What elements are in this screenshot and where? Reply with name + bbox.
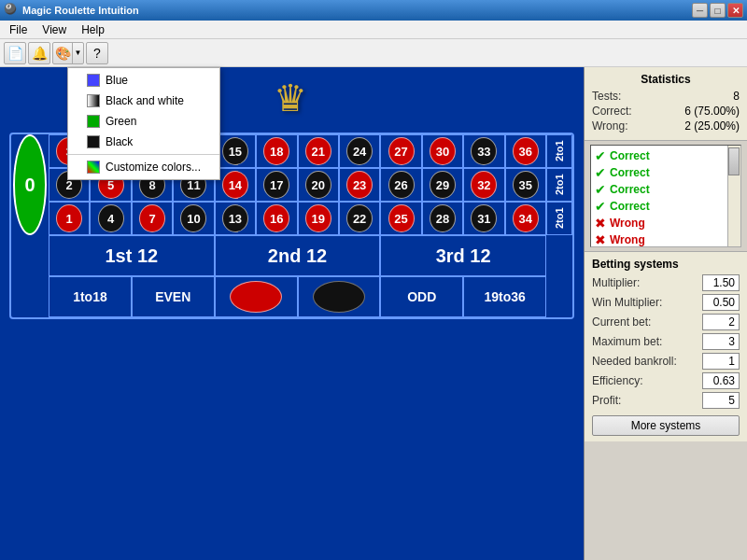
color-icon[interactable]: 🎨: [53, 43, 72, 63]
num-22[interactable]: 22: [339, 202, 380, 235]
correct-value: 6 (75.00%): [684, 105, 740, 118]
menu-file[interactable]: File: [2, 21, 35, 38]
num-17[interactable]: 17: [256, 168, 297, 202]
scrollbar-track[interactable]: [727, 146, 740, 246]
num-18[interactable]: 18: [256, 134, 297, 168]
num-25[interactable]: 25: [380, 202, 421, 235]
num-1[interactable]: 1: [49, 202, 90, 235]
maximum-bet-label: Maximum bet:: [592, 335, 662, 348]
profit-label: Profit:: [592, 394, 621, 407]
side-label-top[interactable]: 2to1: [546, 134, 572, 168]
num-26[interactable]: 26: [380, 168, 421, 202]
green-color-swatch: [87, 115, 100, 128]
side-labels: 2to1 2to1 2to1: [546, 134, 572, 235]
bet-19to36[interactable]: 19to36: [463, 276, 546, 317]
num-15[interactable]: 15: [215, 134, 256, 168]
betting-win-multiplier-row: Win Multiplier: 0.50: [592, 294, 740, 311]
history-label-3: Correct: [610, 183, 650, 196]
win-multiplier-label: Win Multiplier:: [592, 296, 662, 309]
dozen-third[interactable]: 3rd 12: [380, 235, 546, 276]
betting-title: Betting systems: [592, 258, 740, 271]
correct-label: Correct:: [592, 105, 632, 118]
black-color-swatch: [87, 135, 100, 148]
num-20[interactable]: 20: [298, 168, 339, 202]
help-button[interactable]: ?: [86, 42, 108, 64]
num-36[interactable]: 36: [505, 134, 546, 168]
app-icon: 🎱: [4, 3, 19, 18]
num-7[interactable]: 7: [132, 202, 173, 235]
more-systems-button[interactable]: More systems: [592, 415, 740, 436]
close-button[interactable]: ✕: [727, 3, 743, 18]
num-34[interactable]: 34: [505, 202, 546, 235]
num-14[interactable]: 14: [215, 168, 256, 202]
color-scheme-button[interactable]: 🎨 ▼: [52, 42, 84, 64]
num-10[interactable]: 10: [173, 202, 214, 235]
color-dropdown-menu: Blue Black and white Green Black Customi…: [67, 67, 220, 180]
menu-bar: File View Help: [0, 21, 747, 39]
efficiency-value: 0.63: [702, 372, 740, 389]
dropdown-item-blue[interactable]: Blue: [68, 70, 219, 91]
bet-1to18[interactable]: 1to18: [49, 276, 132, 317]
maximize-button[interactable]: □: [710, 3, 726, 18]
num-13[interactable]: 13: [215, 202, 256, 235]
history-label-5: Wrong: [610, 217, 645, 230]
num-24[interactable]: 24: [339, 134, 380, 168]
history-label-6: Wrong: [610, 233, 645, 246]
profit-value: 5: [702, 392, 740, 409]
dropdown-item-bw[interactable]: Black and white: [68, 91, 219, 111]
menu-view[interactable]: View: [35, 21, 74, 38]
num-29[interactable]: 29: [422, 168, 463, 202]
dropdown-item-black[interactable]: Black: [68, 132, 219, 152]
history-label-4: Correct: [610, 200, 650, 213]
num-21[interactable]: 21: [298, 134, 339, 168]
num-35[interactable]: 35: [505, 168, 546, 202]
betting-maximum-bet-row: Maximum bet: 3: [592, 333, 740, 350]
scrollbar-thumb[interactable]: [728, 147, 740, 175]
side-label-mid[interactable]: 2to1: [546, 168, 572, 202]
bell-button[interactable]: 🔔: [28, 42, 50, 64]
num-23[interactable]: 23: [339, 168, 380, 202]
num-32[interactable]: 32: [463, 168, 504, 202]
num-4[interactable]: 4: [90, 202, 131, 235]
num-28[interactable]: 28: [422, 202, 463, 235]
customize-color-swatch: [87, 161, 100, 174]
bet-zero-space: [11, 276, 49, 317]
bet-red[interactable]: [215, 276, 298, 317]
minimize-button[interactable]: ─: [692, 3, 708, 18]
cross-icon-2: ✖: [595, 232, 606, 247]
bet-black[interactable]: [298, 276, 381, 317]
zero-cell[interactable]: 0: [13, 134, 47, 235]
num-30[interactable]: 30: [422, 134, 463, 168]
dropdown-separator: [68, 154, 219, 155]
num-27[interactable]: 27: [380, 134, 421, 168]
current-bet-label: Current bet:: [592, 315, 651, 329]
new-button[interactable]: 📄: [4, 42, 26, 64]
history-item-2: ✔ Correct: [593, 164, 726, 181]
dozen-zero-space: [11, 235, 49, 276]
dropdown-item-green[interactable]: Green: [68, 111, 219, 132]
num-19[interactable]: 19: [298, 202, 339, 235]
dozen-second[interactable]: 2nd 12: [215, 235, 381, 276]
title-bar: 🎱 Magic Roulette Intuition ─ □ ✕: [0, 0, 747, 21]
color-dropdown-arrow[interactable]: ▼: [72, 43, 83, 63]
menu-help[interactable]: Help: [74, 21, 112, 38]
bet-even[interactable]: EVEN: [132, 276, 215, 317]
bet-row: 1to18 EVEN ODD 19to36: [11, 276, 572, 317]
statistics-section: Statistics Tests: 8 Correct: 6 (75.00%) …: [585, 67, 747, 141]
dozen-first[interactable]: 1st 12: [49, 235, 215, 276]
tests-label: Tests:: [592, 90, 621, 103]
dropdown-item-customize[interactable]: Customize colors...: [68, 157, 219, 177]
history-item-4: ✔ Correct: [593, 198, 726, 215]
bet-odd[interactable]: ODD: [380, 276, 463, 317]
history-list: ✔ Correct ✔ Correct ✔ Correct ✔ Correct …: [591, 146, 727, 247]
zero-column: 0: [11, 134, 49, 235]
num-31[interactable]: 31: [463, 202, 504, 235]
num-16[interactable]: 16: [256, 202, 297, 235]
history-label-1: Correct: [610, 149, 650, 162]
history-area: ✔ Correct ✔ Correct ✔ Correct ✔ Correct …: [590, 145, 741, 247]
bw-color-swatch: [87, 94, 100, 107]
needed-bankroll-label: Needed bankroll:: [592, 355, 677, 368]
side-label-bot[interactable]: 2to1: [546, 202, 572, 235]
num-33[interactable]: 33: [463, 134, 504, 168]
window-title: Magic Roulette Intuition: [22, 5, 692, 16]
